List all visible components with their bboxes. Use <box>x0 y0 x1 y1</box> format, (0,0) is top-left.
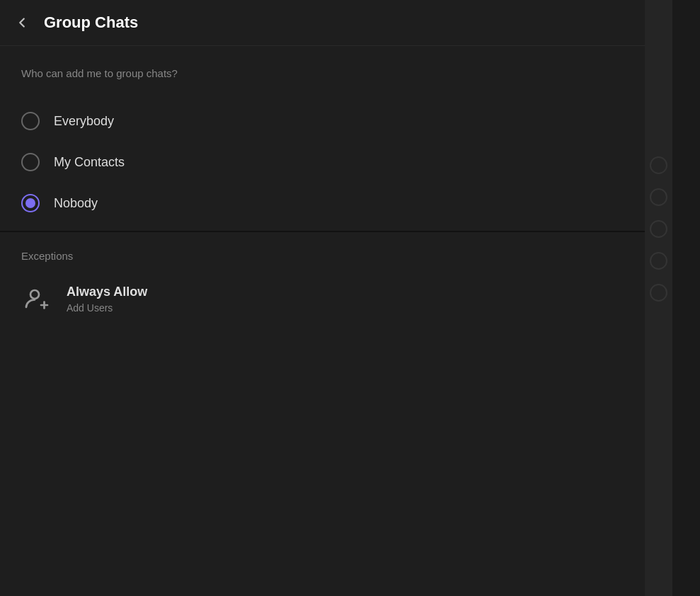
deco-circle-1 <box>650 156 667 174</box>
deco-circle-2 <box>650 188 667 206</box>
radio-label-everybody: Everybody <box>54 114 114 129</box>
deco-circle-3 <box>650 220 667 238</box>
exceptions-label: Exceptions <box>21 250 651 262</box>
radio-label-nobody: Nobody <box>54 196 98 211</box>
section-question: Who can add me to group chats? <box>21 67 651 79</box>
svg-point-0 <box>30 290 39 299</box>
right-panel-decoration <box>645 0 672 596</box>
deco-circle-5 <box>650 284 667 302</box>
radio-option-nobody[interactable]: Nobody <box>21 183 651 224</box>
back-button[interactable] <box>14 15 30 30</box>
add-user-icon <box>21 283 52 314</box>
radio-label-my-contacts: My Contacts <box>54 155 125 170</box>
radio-circle-nobody <box>21 194 40 212</box>
always-allow-title: Always Allow <box>67 285 147 299</box>
always-allow-subtitle: Add Users <box>67 302 147 314</box>
decoration-shapes <box>648 156 670 440</box>
main-container: Group Chats Who can add me to group chat… <box>0 0 672 596</box>
radio-option-my-contacts[interactable]: My Contacts <box>21 142 651 183</box>
always-allow-text: Always Allow Add Users <box>67 285 147 314</box>
exceptions-section: Exceptions Always Allow Add Users <box>0 232 672 318</box>
always-allow-item[interactable]: Always Allow Add Users <box>21 280 651 318</box>
radio-circle-my-contacts <box>21 153 40 171</box>
page-title: Group Chats <box>44 13 138 32</box>
content-area: Who can add me to group chats? Everybody… <box>0 46 672 224</box>
header: Group Chats <box>0 0 672 46</box>
deco-circle-4 <box>650 252 667 270</box>
radio-circle-everybody <box>21 112 40 130</box>
radio-option-everybody[interactable]: Everybody <box>21 101 651 142</box>
